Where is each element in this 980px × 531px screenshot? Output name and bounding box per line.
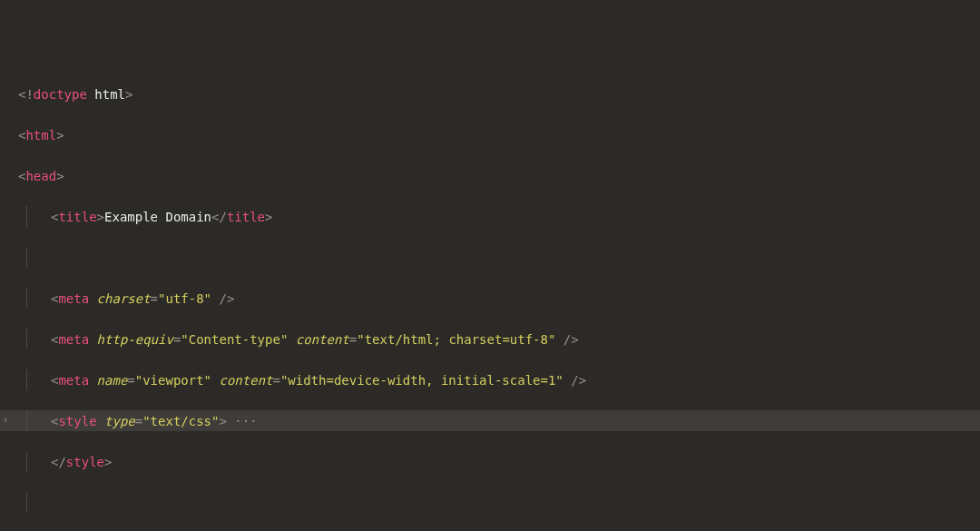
indent-guide [26, 329, 27, 349]
code-line[interactable]: <meta charset="utf-8" /> [0, 288, 980, 309]
attr-value: "text/css" [142, 414, 219, 428]
tag-meta: meta [58, 291, 89, 306]
tag-style-close: style [66, 455, 104, 469]
tag-html: html [25, 128, 56, 143]
attr-value: "utf-8" [158, 291, 211, 306]
attr-content: content [219, 373, 272, 388]
code-line-highlighted[interactable]: ›<style type="text/css"> ··· [0, 410, 980, 431]
code-line[interactable]: <!doctype html> [0, 84, 980, 104]
indent-guide [26, 369, 27, 390]
code-line[interactable]: </style> [0, 451, 980, 472]
fold-indicator[interactable]: ··· [234, 414, 257, 428]
bracket: > [125, 87, 132, 102]
indent-guide [26, 288, 27, 309]
bracket: <! [18, 87, 34, 102]
attr-content: content [296, 332, 349, 347]
tag-head: head [25, 169, 56, 183]
code-line[interactable]: <title>Example Domain</title> [0, 206, 980, 227]
code-line-blank[interactable] [0, 247, 980, 268]
code-line[interactable]: <head> [0, 165, 980, 186]
indent-guide [26, 206, 27, 227]
title-text: Example Domain [104, 210, 211, 224]
attr-http-equiv: http-equiv [97, 332, 173, 347]
tag-meta: meta [58, 373, 89, 388]
doctype-arg: html [94, 87, 125, 102]
indent-guide [26, 247, 27, 268]
tag-title: title [58, 210, 96, 224]
attr-value: "Content-type" [181, 332, 288, 347]
attr-value: "viewport" [135, 373, 211, 388]
attr-type: type [104, 414, 135, 428]
attr-value: "text/html; charset=utf-8" [357, 332, 555, 347]
attr-name: name [97, 373, 128, 388]
tag-meta: meta [58, 332, 89, 347]
code-line[interactable]: <meta name="viewport" content="width=dev… [0, 369, 980, 390]
attr-charset: charset [97, 291, 151, 306]
code-line[interactable]: <html> [0, 124, 980, 145]
code-line[interactable]: <meta http-equiv="Content-type" content=… [0, 329, 980, 349]
doctype-keyword: doctype [34, 87, 87, 102]
tag-style: style [58, 414, 96, 428]
code-line-blank[interactable] [0, 492, 980, 513]
attr-value: "width=device-width, initial-scale=1" [280, 373, 564, 388]
indent-guide [26, 451, 27, 472]
indent-guide [26, 410, 27, 431]
indent-guide [26, 492, 27, 513]
fold-arrow-icon[interactable]: › [0, 410, 11, 430]
